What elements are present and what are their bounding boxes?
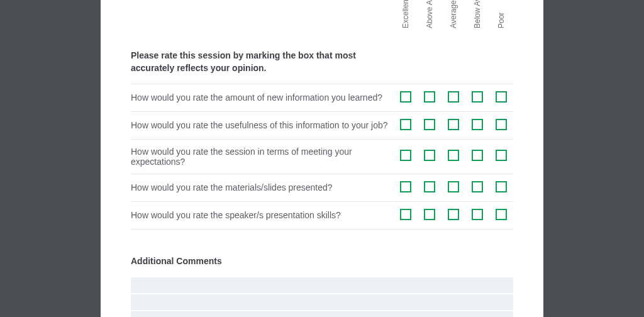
- rating-cell: [441, 174, 465, 201]
- rating-cell: [489, 201, 513, 229]
- rating-checkbox[interactable]: [424, 181, 435, 192]
- rating-checkbox[interactable]: [472, 91, 483, 103]
- comment-line: [131, 277, 513, 294]
- rating-checkbox[interactable]: [424, 209, 435, 220]
- question-row: How would you rate the session in terms …: [131, 139, 513, 174]
- survey-page: ExcellentAbove AverageAverageBelow Avera…: [101, 0, 543, 317]
- rating-cell: [489, 174, 513, 201]
- comments-box[interactable]: [131, 277, 513, 317]
- rating-checkbox[interactable]: [496, 91, 507, 103]
- rating-checkbox[interactable]: [496, 119, 507, 130]
- rating-cell: [418, 111, 441, 139]
- rating-cell: [418, 139, 441, 174]
- rating-cell: [489, 84, 513, 111]
- rating-checkbox[interactable]: [472, 119, 483, 130]
- question-text: How would you rate the speaker/s present…: [131, 201, 394, 229]
- question-row: How would you rate the speaker/s present…: [131, 201, 513, 229]
- rating-cell: [465, 174, 489, 201]
- rating-checkbox[interactable]: [472, 150, 483, 161]
- rating-checkbox[interactable]: [448, 150, 459, 161]
- question-text: How would you rate the amount of new inf…: [131, 84, 394, 111]
- rating-cell: [418, 174, 441, 201]
- rating-cell: [489, 139, 513, 174]
- rating-checkbox[interactable]: [496, 209, 507, 220]
- rating-checkbox[interactable]: [448, 119, 459, 130]
- rating-checkbox[interactable]: [424, 91, 435, 103]
- rating-cell: [394, 84, 418, 111]
- rating-cell: [465, 201, 489, 229]
- rating-checkbox[interactable]: [496, 150, 507, 161]
- scale-header-row: ExcellentAbove AverageAverageBelow Avera…: [131, 0, 513, 49]
- rating-cell: [394, 111, 418, 139]
- rating-checkbox[interactable]: [400, 181, 411, 192]
- rating-cell: [465, 111, 489, 139]
- question-text: How would you rate the usefulness of thi…: [131, 111, 394, 139]
- rating-checkbox[interactable]: [448, 91, 459, 103]
- rating-cell: [489, 111, 513, 139]
- scale-header-4: Poor: [489, 0, 513, 49]
- comment-line: [131, 311, 513, 317]
- rating-cell: [441, 84, 465, 111]
- rating-cell: [394, 139, 418, 174]
- comment-line: [131, 294, 513, 311]
- rating-checkbox[interactable]: [472, 209, 483, 220]
- rating-cell: [465, 84, 489, 111]
- question-row: How would you rate the amount of new inf…: [131, 84, 513, 111]
- rating-cell: [465, 139, 489, 174]
- rating-cell: [441, 139, 465, 174]
- question-text: How would you rate the session in terms …: [131, 139, 394, 174]
- rating-table: ExcellentAbove AverageAverageBelow Avera…: [131, 0, 513, 230]
- rating-checkbox[interactable]: [424, 150, 435, 161]
- rating-cell: [418, 201, 441, 229]
- rating-cell: [441, 111, 465, 139]
- instructions-row: Please rate this session by marking the …: [131, 49, 513, 84]
- question-row: How would you rate the materials/slides …: [131, 174, 513, 201]
- rating-checkbox[interactable]: [472, 181, 483, 192]
- rating-cell: [418, 84, 441, 111]
- rating-checkbox[interactable]: [496, 181, 507, 192]
- rating-checkbox[interactable]: [400, 150, 411, 161]
- rating-checkbox[interactable]: [400, 91, 411, 103]
- rating-checkbox[interactable]: [400, 209, 411, 220]
- comments-heading: Additional Comments: [131, 256, 513, 266]
- instructions-text: Please rate this session by marking the …: [131, 49, 394, 84]
- rating-checkbox[interactable]: [400, 119, 411, 130]
- rating-checkbox[interactable]: [448, 181, 459, 192]
- rating-cell: [394, 174, 418, 201]
- rating-checkbox[interactable]: [448, 209, 459, 220]
- rating-cell: [394, 201, 418, 229]
- rating-checkbox[interactable]: [424, 119, 435, 130]
- question-text: How would you rate the materials/slides …: [131, 174, 394, 201]
- rating-cell: [441, 201, 465, 229]
- question-row: How would you rate the usefulness of thi…: [131, 111, 513, 139]
